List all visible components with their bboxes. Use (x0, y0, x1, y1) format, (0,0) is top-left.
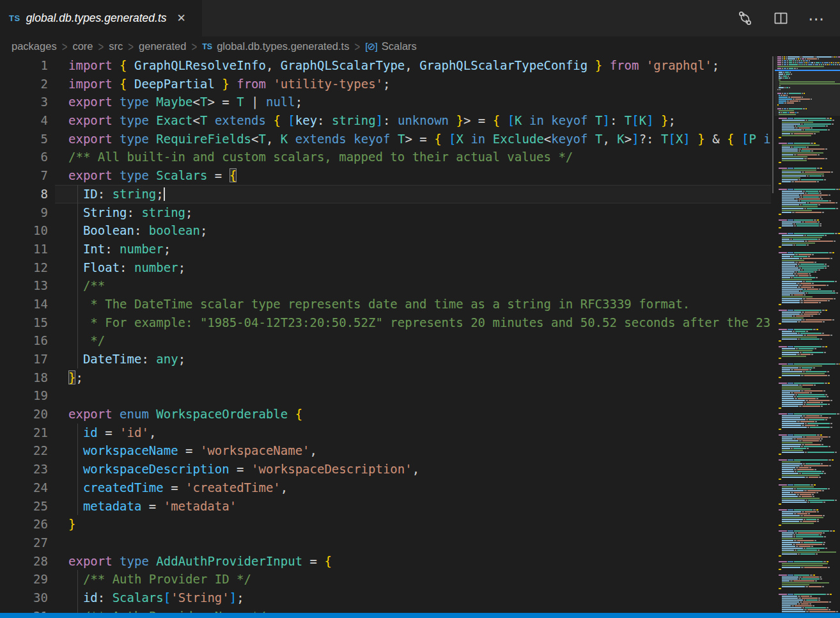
code-line[interactable]: 7export type Scalars = { (0, 166, 771, 185)
line-number[interactable]: 6 (0, 148, 48, 166)
code-text[interactable]: }; (68, 368, 83, 387)
code-text[interactable]: /** All built-in and custom scalars, map… (68, 148, 573, 166)
code-line[interactable]: 24 createdTime = 'createdTime', (0, 479, 771, 497)
code-line[interactable]: 30 id: Scalars['String']; (0, 589, 771, 607)
code-text[interactable]: */ (68, 331, 105, 350)
line-number[interactable]: 29 (0, 570, 48, 589)
code-text[interactable]: DateTime: any; (68, 350, 185, 368)
breadcrumb-item-file[interactable]: global.db.types.generated.ts (217, 40, 349, 52)
code-line[interactable]: 21 id = 'id', (0, 424, 771, 442)
line-number[interactable]: 7 (0, 166, 48, 185)
code-line[interactable]: 18}; (0, 368, 771, 387)
code-text[interactable]: ID: string; (68, 185, 165, 203)
open-changes-icon[interactable] (736, 10, 753, 27)
line-number[interactable]: 5 (0, 130, 48, 148)
split-editor-icon[interactable] (772, 10, 789, 27)
code-line[interactable]: 29 /** Auth Provider ID */ (0, 570, 771, 589)
line-number[interactable]: 11 (0, 240, 48, 258)
code-text[interactable]: id = 'id', (68, 424, 156, 442)
tab-global-db-types-generated[interactable]: TS global.db.types.generated.ts ✕ (0, 0, 202, 36)
line-number[interactable]: 14 (0, 295, 48, 313)
line-number[interactable]: 26 (0, 515, 48, 534)
code-line[interactable]: 23 workspaceDescription = 'workspaceDesc… (0, 460, 771, 479)
code-text[interactable]: metadata = 'metadata' (68, 497, 237, 516)
line-number[interactable]: 22 (0, 441, 48, 460)
code-text[interactable]: workspaceName = 'workspaceName', (68, 441, 317, 460)
breadcrumb-item-symbol[interactable]: Scalars (382, 40, 417, 52)
code-text[interactable]: export type AddAuthProviderInput = { (68, 552, 332, 571)
line-number[interactable]: 9 (0, 203, 48, 222)
more-actions-icon[interactable]: ⋯ (808, 10, 825, 27)
code-line[interactable]: 6/** All built-in and custom scalars, ma… (0, 148, 771, 166)
code-line[interactable]: 3export type Maybe<T> = T | null; (0, 93, 771, 111)
code-text[interactable]: id: Scalars['String']; (68, 589, 244, 607)
line-number[interactable]: 19 (0, 386, 48, 405)
code-text[interactable]: import { GraphQLResolveInfo, GraphQLScal… (68, 56, 719, 75)
line-number[interactable]: 10 (0, 221, 48, 240)
code-line[interactable]: 1import { GraphQLResolveInfo, GraphQLSca… (0, 56, 771, 75)
line-number[interactable]: 12 (0, 258, 48, 277)
line-number[interactable]: 27 (0, 534, 48, 552)
code-text[interactable]: Boolean: boolean; (68, 221, 207, 240)
line-number[interactable]: 28 (0, 552, 48, 571)
line-number[interactable]: 17 (0, 350, 48, 368)
code-line[interactable]: 12 Float: number; (0, 258, 771, 277)
code-line[interactable]: 17 DateTime: any; (0, 350, 771, 368)
code-line[interactable]: 14 * The DateTime scalar type represents… (0, 295, 771, 313)
code-line[interactable]: 4export type Exact<T extends { [key: str… (0, 111, 771, 130)
line-number[interactable]: 4 (0, 111, 48, 130)
breadcrumb-item-packages[interactable]: packages (12, 40, 57, 52)
line-number[interactable]: 24 (0, 479, 48, 497)
line-number[interactable]: 15 (0, 313, 48, 332)
code-line[interactable]: 5export type RequireFields<T, K extends … (0, 130, 771, 148)
code-line[interactable]: 11 Int: number; (0, 240, 771, 258)
code-line[interactable]: 2import { DeepPartial } from 'utility-ty… (0, 75, 771, 93)
line-number[interactable]: 20 (0, 405, 48, 424)
line-number[interactable]: 16 (0, 331, 48, 350)
line-number[interactable]: 3 (0, 93, 48, 111)
code-text[interactable]: workspaceDescription = 'workspaceDescrip… (68, 460, 419, 479)
code-line[interactable]: 10 Boolean: boolean; (0, 221, 771, 240)
line-number[interactable]: 13 (0, 276, 48, 295)
code-line[interactable]: 8 ID: string; (0, 185, 771, 203)
line-number[interactable]: 25 (0, 497, 48, 516)
line-number[interactable]: 18 (0, 368, 48, 387)
breadcrumb-item-generated[interactable]: generated (139, 40, 186, 52)
line-number[interactable]: 23 (0, 460, 48, 479)
code-line[interactable]: 22 workspaceName = 'workspaceName', (0, 441, 771, 460)
line-number[interactable]: 1 (0, 56, 48, 75)
code-line[interactable]: 9 String: string; (0, 203, 771, 222)
code-text[interactable]: * For example: "1985-04-12T23:20:50.52Z"… (68, 313, 771, 332)
code-text[interactable]: String: string; (68, 203, 193, 222)
code-line[interactable]: 27 (0, 534, 771, 552)
code-line[interactable]: 15 * For example: "1985-04-12T23:20:50.5… (0, 313, 771, 332)
code-line[interactable]: 20export enum WorkspaceOrderable { (0, 405, 771, 424)
code-line[interactable]: 25 metadata = 'metadata' (0, 497, 771, 516)
code-text[interactable]: export type Scalars = { (68, 166, 237, 185)
code-text[interactable]: Float: number; (68, 258, 185, 277)
breadcrumb-item-src[interactable]: src (109, 40, 123, 52)
minimap[interactable] (775, 56, 840, 618)
code-text[interactable]: createdTime = 'createdTime', (68, 479, 288, 497)
code-text[interactable]: export enum WorkspaceOrderable { (68, 405, 302, 424)
scrollbar-slider[interactable] (772, 56, 774, 193)
code-text[interactable]: /** Auth Provider ID */ (68, 570, 251, 589)
code-text[interactable]: * The DateTime scalar type represents da… (68, 295, 690, 313)
code-line[interactable]: 26} (0, 515, 771, 534)
code-line[interactable]: 19 (0, 386, 771, 405)
code-text[interactable]: /** (68, 276, 105, 295)
line-number[interactable]: 21 (0, 424, 48, 442)
close-tab-icon[interactable]: ✕ (175, 10, 189, 26)
breadcrumb-item-core[interactable]: core (72, 40, 93, 52)
code-text[interactable]: export type Maybe<T> = T | null; (68, 93, 302, 111)
code-text[interactable]: } (68, 515, 75, 534)
code-editor[interactable]: 1import { GraphQLResolveInfo, GraphQLSca… (0, 56, 771, 618)
line-number[interactable]: 8 (0, 185, 48, 203)
line-number[interactable]: 2 (0, 75, 48, 93)
code-text[interactable]: import { DeepPartial } from 'utility-typ… (68, 75, 390, 93)
code-line[interactable]: 28export type AddAuthProviderInput = { (0, 552, 771, 571)
code-text[interactable]: Int: number; (68, 240, 171, 258)
line-number[interactable]: 30 (0, 589, 48, 607)
code-text[interactable]: export type Exact<T extends { [key: stri… (68, 111, 676, 130)
code-line[interactable]: 16 */ (0, 331, 771, 350)
